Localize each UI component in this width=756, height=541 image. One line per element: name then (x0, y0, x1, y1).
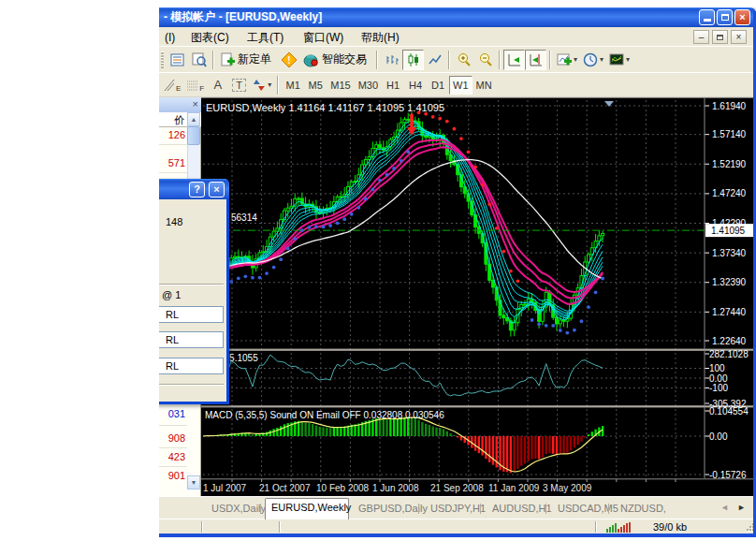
fibo-expansion-icon (163, 78, 176, 93)
chart-note: 56314 (231, 212, 257, 223)
timeframe-h1[interactable]: H1 (382, 76, 404, 95)
screenshot-canvas: - 模拟帐户 - [EURUSD,Weekly] × (I) 图表(C) 工具(… (0, 0, 756, 541)
minimize-button[interactable] (699, 9, 715, 25)
tab-gbpusd-daily[interactable]: GBPUSD,Daily (353, 500, 433, 519)
child-close-button[interactable]: × (731, 30, 747, 44)
market-watch-button[interactable] (167, 50, 188, 70)
scroll-up-button[interactable]: ▲ (187, 112, 200, 126)
tab-eurusd-weekly[interactable]: EURUSD,Weekly (265, 498, 349, 519)
templates-button[interactable]: ▾ (606, 50, 632, 70)
subscript-e: E (176, 84, 181, 93)
svg-text:0.104554: 0.104554 (709, 406, 749, 417)
data-window-button[interactable] (188, 50, 210, 70)
metaeditor-button[interactable]: ! (278, 50, 300, 70)
resize-grip[interactable] (747, 529, 749, 531)
menu-help[interactable]: 帮助(H) (357, 30, 403, 45)
dropdown-arrow-icon: ▾ (268, 80, 271, 89)
tabs-scroll-left-icon[interactable]: ◄ (720, 503, 729, 512)
fibo-expansion-button[interactable]: E (160, 75, 183, 95)
periods-button[interactable]: ▾ (580, 50, 606, 70)
svg-text:-100: -100 (709, 383, 728, 393)
toolbar-grip[interactable] (161, 51, 164, 68)
chart-shift-button[interactable] (525, 50, 546, 70)
expert-advisors-button[interactable]: 智能交易 (300, 50, 373, 70)
toolbar-separator (549, 51, 551, 69)
tab-usdx-daily[interactable]: USDX,Daily (206, 500, 271, 519)
svg-text:1.32390: 1.32390 (712, 277, 747, 287)
macd-label: MACD (5,35,5) Sound ON Email OFF 0.03280… (205, 410, 444, 420)
tab-nzdusd[interactable]: NZDUSD, (615, 500, 672, 519)
dialog-close-button[interactable]: × (209, 182, 225, 197)
toolbar-separator (376, 51, 378, 69)
dialog-field[interactable]: RL (159, 306, 224, 323)
standard-toolbar: 新定单 ! 智能交易 ▾ ▾ ▾ (159, 47, 756, 73)
dialog-field[interactable]: RL (159, 358, 224, 374)
oscillator-pane: (14) 75.1055 (205, 353, 603, 396)
svg-text:-0.15726: -0.15726 (709, 470, 747, 480)
tab-separator (418, 504, 419, 514)
dialog-text-at: @ 1 (162, 289, 181, 300)
svg-text:10 Feb 2008: 10 Feb 2008 (316, 483, 370, 493)
dialog-titlebar[interactable]: ? × (159, 179, 229, 199)
minimize-icon (704, 19, 711, 22)
chart-tabs-bar: USDX,Daily EURUSD,Weekly GBPUSD,Daily US… (159, 496, 756, 519)
timeframe-m30[interactable]: M30 (355, 76, 382, 95)
timeframe-mn[interactable]: MN (472, 76, 496, 95)
zoom-out-button[interactable] (474, 50, 496, 70)
traffic-counter: 39/0 kb (653, 521, 687, 533)
menu-item-partial[interactable]: (I) (161, 30, 179, 45)
fibo-retracement-button[interactable]: F (183, 75, 207, 95)
timeframe-w1[interactable]: W1 (449, 76, 472, 95)
dialog-field[interactable]: RL (159, 331, 224, 348)
child-restore-button[interactable] (712, 30, 728, 44)
scrollbar-thumb[interactable] (187, 126, 200, 145)
candlestick-chart-button[interactable] (402, 50, 424, 70)
dialog-help-button[interactable]: ? (189, 182, 205, 197)
resize-grip (749, 526, 751, 528)
menu-tools[interactable]: 工具(T) (243, 30, 287, 45)
arrows-tool-button[interactable]: ▾ (250, 75, 274, 95)
timeframe-m15[interactable]: M15 (327, 76, 354, 95)
close-button[interactable]: × (734, 9, 750, 25)
svg-text:1.27440: 1.27440 (712, 307, 747, 317)
maximize-button[interactable] (717, 9, 733, 25)
zoom-in-button[interactable] (453, 50, 474, 70)
timeframe-h4[interactable]: H4 (404, 76, 427, 95)
macd-pane: MACD (5,35,5) Sound ON Email OFF 0.03280… (203, 410, 603, 473)
tab-usdjpy-h1[interactable]: USDJPY,H1 (425, 500, 491, 519)
timeframe-m5[interactable]: M5 (304, 76, 327, 95)
chart-window[interactable]: 56314(14) 75.1055MACD (5,35,5) Sound ON … (201, 97, 756, 496)
quote-value: 901 (159, 470, 185, 481)
svg-text:21 Oct 2007: 21 Oct 2007 (259, 483, 311, 493)
pane-splitter (201, 405, 756, 407)
indicators-button[interactable]: ▾ (554, 50, 580, 70)
tabs-scroll-right-icon[interactable]: ► (737, 503, 746, 512)
timeframe-m1[interactable]: M1 (282, 76, 304, 95)
svg-text:1.52190: 1.52190 (712, 159, 747, 169)
label-tool-icon: T (232, 79, 246, 92)
status-bar: 39/0 kb (159, 519, 756, 534)
new-order-button[interactable]: 新定单 (217, 50, 278, 70)
toolbar-separator (212, 51, 214, 69)
line-studies-toolbar: E F A T ▾ M1 M5 M15 M30 H1 H4 D1 W1 MN (159, 73, 756, 97)
text-tool-button[interactable]: A (207, 75, 228, 95)
order-dialog[interactable]: ? × 148 @ 1 RL RL RL (159, 179, 229, 404)
arrows-tool-icon (253, 79, 266, 92)
child-minimize-button[interactable]: – (693, 30, 709, 44)
timeframe-d1[interactable]: D1 (427, 76, 449, 95)
window-titlebar[interactable]: - 模拟帐户 - [EURUSD,Weekly] × (159, 7, 756, 27)
market-watch-icon (170, 52, 185, 67)
panel-close-icon[interactable]: × (193, 98, 198, 110)
svg-text:1 Jul 2007: 1 Jul 2007 (203, 483, 247, 493)
menu-chart[interactable]: 图表(C) (187, 30, 233, 45)
bar-chart-button[interactable] (381, 50, 402, 70)
auto-scroll-button[interactable] (503, 50, 525, 70)
scroll-down-button[interactable]: ▼ (187, 475, 200, 490)
line-chart-button[interactable] (424, 50, 445, 70)
price-chart-canvas[interactable]: 56314(14) 75.1055MACD (5,35,5) Sound ON … (201, 98, 756, 497)
tab-usdcad-m5[interactable]: USDCAD,M5 (552, 500, 624, 519)
menu-window[interactable]: 窗口(W) (299, 30, 347, 45)
svg-text:!: ! (287, 55, 290, 66)
tab-audusd-h1[interactable]: AUDUSD,H1 (487, 500, 558, 519)
label-tool-button[interactable]: T (228, 75, 250, 95)
